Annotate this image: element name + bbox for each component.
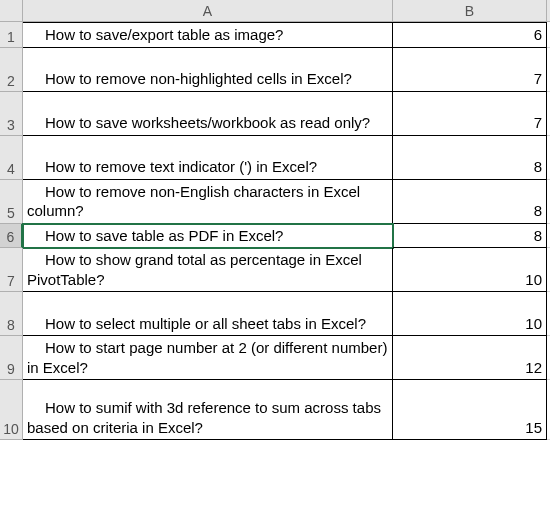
row-header-6[interactable]: 6 [0, 224, 23, 249]
row-header-3[interactable]: 3 [0, 92, 23, 136]
cell-text: How to save worksheets/workbook as read … [27, 113, 388, 133]
col-header-B[interactable]: B [393, 0, 547, 22]
cell-A5[interactable]: How to remove non-English characters in … [23, 180, 393, 224]
row-header-8[interactable]: 8 [0, 292, 23, 336]
row-header-4[interactable]: 4 [0, 136, 23, 180]
cell-A6[interactable]: How to save table as PDF in Excel? [23, 224, 393, 249]
cell-text: How to select multiple or all sheet tabs… [27, 314, 388, 334]
cell-text: How to start page number at 2 (or differ… [27, 338, 388, 377]
cell-B2[interactable]: 7 [393, 48, 547, 92]
row-header-7[interactable]: 7 [0, 248, 23, 292]
row-header-5[interactable]: 5 [0, 180, 23, 224]
cell-A1[interactable]: How to save/export table as image? [23, 22, 393, 48]
select-all-corner[interactable] [0, 0, 23, 22]
cell-B6[interactable]: 8 [393, 224, 547, 249]
cell-B5[interactable]: 8 [393, 180, 547, 224]
cell-text: How to remove non-English characters in … [27, 182, 388, 221]
cell-B7[interactable]: 10 [393, 248, 547, 292]
cell-A10[interactable]: How to sumif with 3d reference to sum ac… [23, 380, 393, 440]
row-header-1[interactable]: 1 [0, 22, 23, 48]
cell-text: How to sumif with 3d reference to sum ac… [27, 398, 388, 437]
cell-text: How to save table as PDF in Excel? [27, 226, 388, 246]
cell-A3[interactable]: How to save worksheets/workbook as read … [23, 92, 393, 136]
cell-B9[interactable]: 12 [393, 336, 547, 380]
cell-text: How to remove non-highlighted cells in E… [27, 69, 388, 89]
cell-B1[interactable]: 6 [393, 22, 547, 48]
cell-A4[interactable]: How to remove text indicator (') in Exce… [23, 136, 393, 180]
col-header-A[interactable]: A [23, 0, 393, 22]
cell-B8[interactable]: 10 [393, 292, 547, 336]
cell-text: How to show grand total as percentage in… [27, 250, 388, 289]
cell-A2[interactable]: How to remove non-highlighted cells in E… [23, 48, 393, 92]
row-header-9[interactable]: 9 [0, 336, 23, 380]
cell-B4[interactable]: 8 [393, 136, 547, 180]
cell-B3[interactable]: 7 [393, 92, 547, 136]
row-header-10[interactable]: 10 [0, 380, 23, 440]
cell-A9[interactable]: How to start page number at 2 (or differ… [23, 336, 393, 380]
cell-B10[interactable]: 15 [393, 380, 547, 440]
cell-A8[interactable]: How to select multiple or all sheet tabs… [23, 292, 393, 336]
cell-text: How to save/export table as image? [27, 25, 388, 45]
cell-A7[interactable]: How to show grand total as percentage in… [23, 248, 393, 292]
cell-text: How to remove text indicator (') in Exce… [27, 157, 388, 177]
row-header-2[interactable]: 2 [0, 48, 23, 92]
